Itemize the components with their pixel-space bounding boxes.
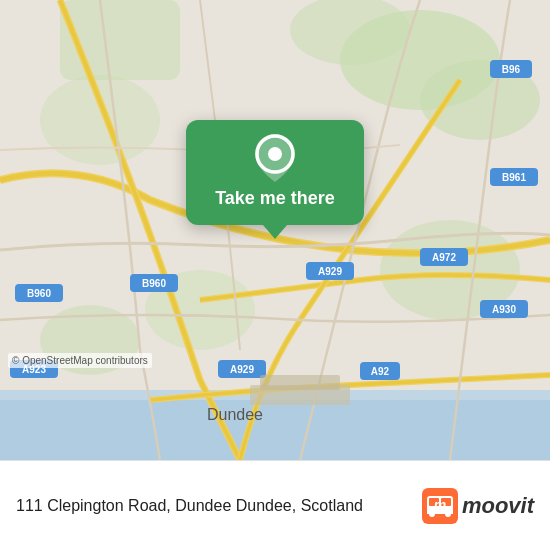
svg-text:B960: B960 — [142, 278, 166, 289]
popup-label: Take me there — [215, 188, 335, 209]
map-area: B960 B960 A923 A929 A929 A972 A92 A930 — [0, 0, 550, 460]
svg-text:B96: B96 — [502, 64, 521, 75]
take-me-there-button[interactable]: Take me there — [186, 120, 364, 225]
svg-point-35 — [268, 147, 282, 161]
svg-text:B960: B960 — [27, 288, 51, 299]
svg-point-5 — [40, 75, 160, 165]
svg-text:A929: A929 — [230, 364, 254, 375]
moovit-logo: m moovit — [422, 488, 534, 524]
app-container: B960 B960 A923 A929 A929 A972 A92 A930 — [0, 0, 550, 550]
address-block: 111 Clepington Road, Dundee Dundee, Scot… — [16, 497, 410, 515]
moovit-bus-icon: m — [422, 488, 458, 524]
info-bar: 111 Clepington Road, Dundee Dundee, Scot… — [0, 460, 550, 550]
svg-text:m: m — [434, 497, 446, 513]
moovit-brand-text: moovit — [462, 493, 534, 519]
copyright-text: © OpenStreetMap contributors — [8, 353, 152, 368]
svg-text:Dundee: Dundee — [207, 406, 263, 423]
svg-text:A92: A92 — [371, 366, 390, 377]
location-pin-icon — [253, 136, 297, 180]
svg-text:B961: B961 — [502, 172, 526, 183]
svg-text:A929: A929 — [318, 266, 342, 277]
address-text: 111 Clepington Road, Dundee Dundee, Scot… — [16, 497, 363, 514]
svg-rect-33 — [260, 375, 340, 390]
svg-rect-10 — [0, 400, 550, 460]
svg-text:A930: A930 — [492, 304, 516, 315]
svg-text:A972: A972 — [432, 252, 456, 263]
